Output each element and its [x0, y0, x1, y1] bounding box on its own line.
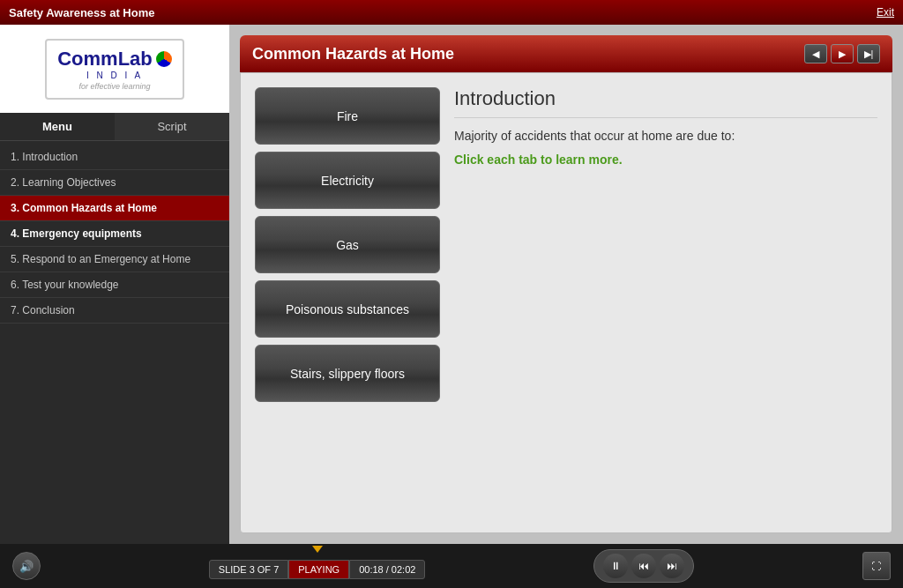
menu-item[interactable]: 1. Introduction — [0, 145, 229, 170]
volume-button[interactable]: 🔊 — [12, 552, 41, 580]
info-text: Majority of accidents that occur at home… — [454, 127, 877, 145]
tab-script[interactable]: Script — [115, 113, 229, 140]
slide-time: 00:18 / 02:02 — [349, 560, 425, 579]
sidebar: CommLab I N D I A for effective learning… — [0, 25, 229, 544]
menu-item[interactable]: 3. Common Hazards at Home — [0, 196, 229, 221]
info-title: Introduction — [454, 87, 877, 118]
content-header: Common Hazards at Home ◀ ▶ ▶| — [240, 35, 892, 72]
info-instruction: Click each tab to learn more. — [454, 153, 877, 167]
content-body: FireElectricityGasPoisonous substancesSt… — [240, 72, 892, 533]
fullscreen-button[interactable]: ⛶ — [862, 552, 891, 580]
logo-india: I N D I A — [86, 71, 143, 80]
menu-item[interactable]: 7. Conclusion — [0, 298, 229, 324]
bottom-bar: 🔊 SLIDE 3 OF 7 PLAYING 00:18 / 02:02 ⏸ ⏮… — [0, 544, 903, 588]
slide-indicator: SLIDE 3 OF 7 — [209, 560, 288, 579]
hazard-tab[interactable]: Stairs, slippery floors — [255, 345, 440, 402]
slide-info: SLIDE 3 OF 7 PLAYING 00:18 / 02:02 — [209, 560, 426, 579]
sidebar-tabs: Menu Script — [0, 113, 229, 141]
nav-prev-button[interactable]: ◀ — [804, 44, 827, 63]
hazard-tabs-column: FireElectricityGasPoisonous substancesSt… — [255, 87, 440, 518]
content-title: Common Hazards at Home — [252, 45, 454, 63]
forward-button[interactable]: ⏭ — [660, 554, 684, 578]
logo-circle-icon — [156, 51, 172, 67]
hazard-tab[interactable]: Gas — [255, 216, 440, 273]
tab-menu[interactable]: Menu — [0, 113, 115, 140]
nav-play-button[interactable]: ▶ — [831, 44, 854, 63]
logo-area: CommLab I N D I A for effective learning — [0, 25, 229, 113]
info-panel: Introduction Majority of accidents that … — [454, 87, 877, 518]
play-controls: ⏸ ⏮ ⏭ — [593, 549, 694, 583]
exit-button[interactable]: Exit — [877, 6, 894, 19]
hazard-tab[interactable]: Poisonous substances — [255, 280, 440, 338]
sidebar-menu: 1. Introduction2. Learning Objectives3. … — [0, 141, 229, 544]
menu-item[interactable]: 5. Respond to an Emergency at Home — [0, 247, 229, 272]
nav-buttons: ◀ ▶ ▶| — [804, 44, 880, 63]
top-bar: Safety Awareness at Home Exit — [0, 0, 903, 25]
logo-box: CommLab I N D I A for effective learning — [45, 39, 184, 100]
hazard-tab[interactable]: Electricity — [255, 152, 440, 209]
main-container: CommLab I N D I A for effective learning… — [0, 25, 903, 544]
hazard-tab[interactable]: Fire — [255, 87, 440, 145]
progress-marker — [312, 546, 323, 553]
nav-next-button[interactable]: ▶| — [857, 44, 880, 63]
pause-button[interactable]: ⏸ — [603, 554, 628, 578]
logo-tagline: for effective learning — [78, 82, 150, 91]
menu-item[interactable]: 2. Learning Objectives — [0, 170, 229, 196]
logo-commlab: CommLab — [57, 48, 153, 71]
content-area: Common Hazards at Home ◀ ▶ ▶| FireElectr… — [229, 25, 903, 544]
slide-status: PLAYING — [288, 560, 349, 579]
menu-item[interactable]: 4. Emergency equipments — [0, 221, 229, 247]
progress-triangle-icon — [312, 546, 323, 553]
menu-item[interactable]: 6. Test your knowledge — [0, 272, 229, 298]
app-title: Safety Awareness at Home — [9, 6, 154, 19]
rewind-button[interactable]: ⏮ — [631, 554, 656, 578]
